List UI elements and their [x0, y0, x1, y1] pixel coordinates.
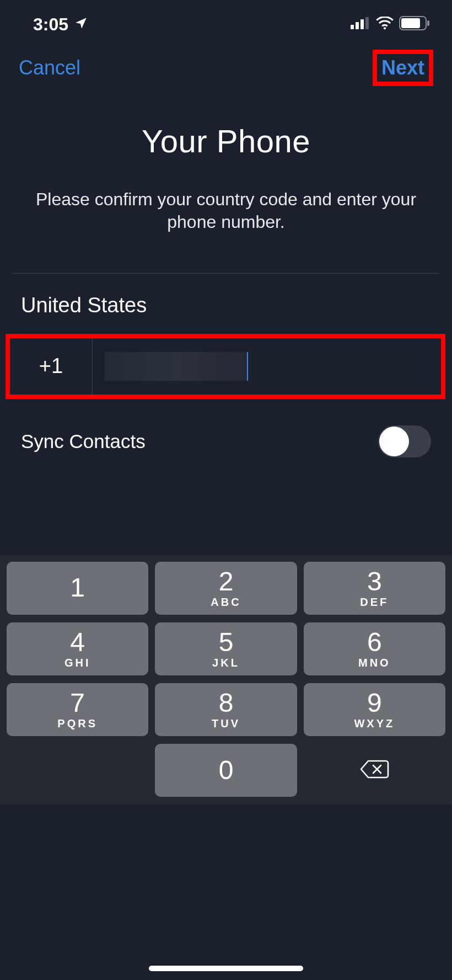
- key-3[interactable]: 3 DEF: [304, 562, 445, 615]
- next-highlight-box: Next: [373, 50, 433, 86]
- backspace-icon: [359, 759, 389, 782]
- phone-row-highlight-box: +1: [6, 334, 445, 399]
- phone-row: +1: [10, 338, 441, 395]
- svg-rect-7: [427, 20, 429, 26]
- wifi-icon: [376, 17, 394, 32]
- phone-number-redacted: [105, 352, 248, 381]
- cellular-icon: [351, 17, 370, 31]
- sync-contacts-toggle[interactable]: [378, 425, 431, 457]
- key-8[interactable]: 8 TUV: [155, 683, 297, 736]
- svg-rect-6: [401, 18, 420, 28]
- backspace-button[interactable]: [304, 744, 445, 797]
- svg-rect-2: [360, 19, 364, 29]
- key-0[interactable]: 0: [155, 744, 297, 797]
- location-arrow-icon: [74, 14, 88, 35]
- key-7[interactable]: 7 PQRS: [7, 683, 148, 736]
- status-time: 3:05: [33, 14, 68, 35]
- page-subtitle: Please confirm your country code and ent…: [33, 188, 419, 233]
- sync-contacts-row: Sync Contacts: [0, 399, 452, 457]
- toggle-knob: [379, 427, 409, 456]
- key-4[interactable]: 4 GHI: [7, 622, 148, 675]
- cancel-button[interactable]: Cancel: [19, 56, 80, 79]
- country-label: United States: [21, 294, 147, 317]
- svg-rect-3: [365, 17, 369, 29]
- country-selector[interactable]: United States: [0, 274, 452, 334]
- key-6[interactable]: 6 MNO: [304, 622, 445, 675]
- home-indicator[interactable]: [149, 966, 303, 971]
- sync-contacts-label: Sync Contacts: [21, 430, 146, 452]
- page-title: Your Phone: [33, 122, 419, 159]
- key-2[interactable]: 2 ABC: [155, 562, 297, 615]
- dial-code[interactable]: +1: [10, 338, 93, 395]
- svg-point-4: [384, 27, 386, 29]
- header-block: Your Phone Please confirm your country c…: [0, 96, 452, 273]
- svg-rect-1: [356, 22, 359, 29]
- key-5[interactable]: 5 JKL: [155, 622, 297, 675]
- next-button[interactable]: Next: [381, 56, 424, 79]
- status-left: 3:05: [33, 14, 88, 35]
- key-1[interactable]: 1: [7, 562, 148, 615]
- status-right: [351, 16, 430, 33]
- nav-bar: Cancel Next: [0, 40, 452, 96]
- battery-icon: [399, 16, 430, 33]
- svg-rect-0: [351, 25, 354, 29]
- status-bar: 3:05: [0, 0, 452, 40]
- phone-input[interactable]: [93, 338, 441, 395]
- numeric-keypad: 1 2 ABC 3 DEF 4 GHI 5 JKL 6 MNO 7 PQRS: [0, 555, 452, 805]
- keypad-spacer: [7, 744, 148, 797]
- key-9[interactable]: 9 WXYZ: [304, 683, 445, 736]
